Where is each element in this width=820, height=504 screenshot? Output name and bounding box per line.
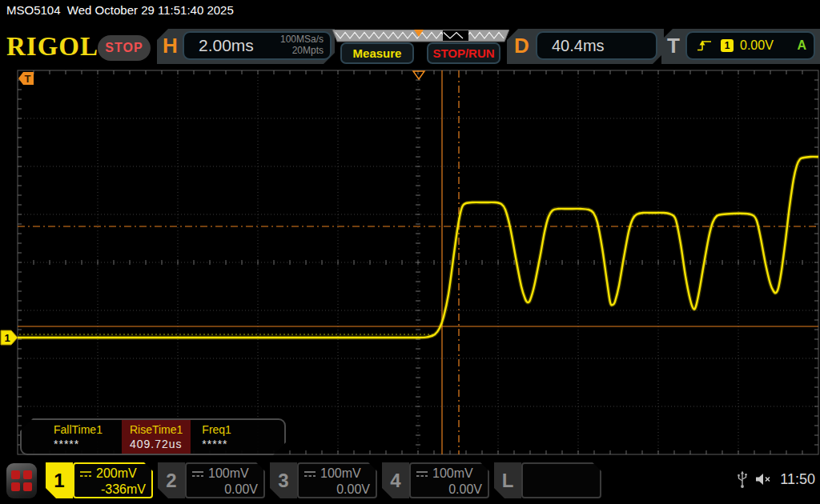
channel-4-offset: 0.00V	[416, 482, 482, 497]
trigger-position-marker[interactable]	[413, 71, 424, 79]
measurement-value: *****	[202, 438, 231, 450]
channel-1-settings[interactable]: 200mV -336mV	[73, 462, 153, 498]
digital-tab[interactable]: L	[494, 462, 521, 498]
trigger-flag-label: T	[25, 73, 31, 85]
channel-4-tab[interactable]: 4	[382, 462, 409, 498]
digital-channel-list[interactable]: 0 1 2 3 4 5 6 7 8 9 1011 12131415	[521, 462, 601, 498]
channel-1-position-marker-label: 1	[4, 332, 10, 344]
speaker-muted-icon[interactable]	[755, 472, 773, 486]
dc-coupling-icon	[303, 470, 316, 478]
measurement-panel: FallTime1 ***** RiseTime1 409.72us Freq1…	[20, 418, 286, 455]
measurement-freq[interactable]: Freq1 *****	[194, 420, 239, 454]
channel-2-tab[interactable]: 2	[158, 462, 185, 498]
channel-2-offset: 0.00V	[191, 482, 258, 497]
channel-4-settings[interactable]: 100mV 0.00V	[409, 462, 489, 498]
channel-1-tab[interactable]: 1	[46, 462, 73, 498]
dc-coupling-icon	[191, 470, 204, 478]
measurement-falltime[interactable]: FallTime1 *****	[46, 420, 111, 454]
channel-3-settings[interactable]: 100mV 0.00V	[297, 462, 377, 498]
measurement-name: RiseTime1	[130, 423, 183, 436]
channel-2-settings[interactable]: 100mV 0.00V	[185, 462, 265, 498]
channel-3-scale: 100mV	[320, 466, 361, 481]
measurement-value: 409.72us	[130, 438, 183, 450]
measurement-name: FallTime1	[54, 423, 102, 436]
dc-coupling-icon	[79, 470, 92, 478]
channel-3-offset: 0.00V	[303, 482, 370, 497]
oscilloscope-screen: MSO5104 Wed October 29 11:51:40 2025 RIG…	[0, 0, 820, 504]
channel-2-scale: 100mV	[208, 466, 249, 481]
usb-icon	[737, 470, 748, 489]
channel-status-bar: 1 200mV -336mV 2 100mV 0.00V 3 100mV 0.0…	[0, 460, 820, 504]
clock: 11:50	[780, 471, 815, 488]
channel-1-scale: 200mV	[96, 466, 137, 481]
channel-3-tab[interactable]: 3	[270, 462, 297, 498]
menu-grid-icon	[11, 470, 32, 491]
measurement-value: *****	[54, 438, 102, 450]
dc-coupling-icon	[416, 470, 428, 478]
measurement-risetime-selected[interactable]: RiseTime1 409.72us	[122, 420, 191, 454]
measurement-name: Freq1	[202, 423, 231, 436]
menu-grid-button[interactable]	[6, 463, 37, 498]
channel-1-offset: -336mV	[79, 482, 146, 497]
digital-row-1: 0 1 2 3 4 5 6 7	[528, 497, 594, 504]
channel-4-scale: 100mV	[432, 466, 473, 481]
status-tray: 11:50	[737, 470, 815, 489]
